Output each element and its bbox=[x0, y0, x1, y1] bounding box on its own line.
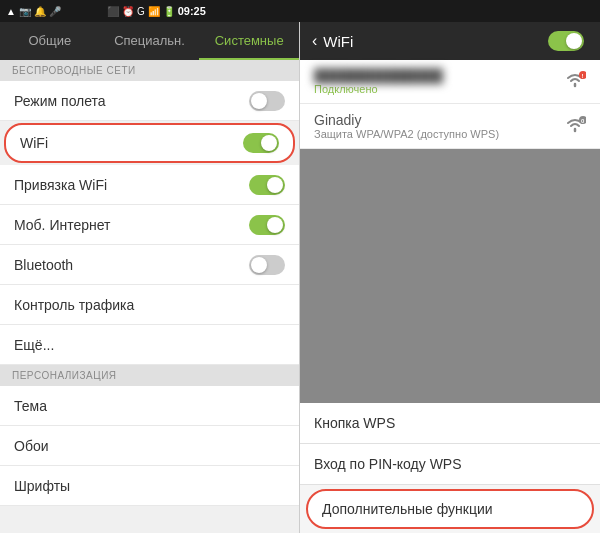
section-wireless: БЕСПРОВОДНЫЕ СЕТИ bbox=[0, 60, 299, 81]
wifi-signal-icon-connected: ! bbox=[564, 70, 586, 93]
wifi-options: Кнопка WPS Вход по PIN-коду WPS Дополнит… bbox=[300, 403, 600, 533]
wifi-main-toggle-knob bbox=[566, 33, 582, 49]
wifi-network-connected-info: ██████████████ Подключено bbox=[314, 68, 443, 95]
back-arrow-icon[interactable]: ‹ bbox=[312, 32, 317, 50]
wifi-option-pin[interactable]: Вход по PIN-коду WPS bbox=[300, 444, 600, 485]
clock-icon: ⏰ bbox=[122, 6, 134, 17]
wifi-empty-area bbox=[300, 149, 600, 403]
right-panel: ‹ WiFi ██████████████ Подключено ! bbox=[300, 22, 600, 533]
menu-item-mobile-internet[interactable]: Моб. Интернет bbox=[0, 205, 299, 245]
mic-icon: 🎤 bbox=[49, 6, 61, 17]
wifi-network-ginadiy[interactable]: Ginadiy Защита WPA/WPA2 (доступно WPS) 0 bbox=[300, 104, 600, 149]
more-label: Ещё... bbox=[14, 337, 54, 353]
wifi-option-additional[interactable]: Дополнительные функции bbox=[306, 489, 594, 529]
left-panel: Общие Специальн. Системные БЕСПРОВОДНЫЕ … bbox=[0, 22, 300, 533]
tabs-bar: Общие Специальн. Системные bbox=[0, 22, 299, 60]
menu-item-wallpaper[interactable]: Обои bbox=[0, 426, 299, 466]
wifi-network-ginadiy-security: Защита WPA/WPA2 (доступно WPS) bbox=[314, 128, 499, 140]
bluetooth-toggle[interactable] bbox=[249, 255, 285, 275]
section-personalization: ПЕРСОНАЛИЗАЦИЯ bbox=[0, 365, 299, 386]
wifi-header-left: ‹ WiFi bbox=[312, 32, 353, 50]
mobile-internet-label: Моб. Интернет bbox=[14, 217, 111, 233]
wifi-toggle-knob bbox=[261, 135, 277, 151]
status-bar-left: ▲ 📷 🔔 🎤 ⬛ ⏰ G 📶 🔋 09:25 bbox=[6, 2, 206, 20]
airplane-toggle[interactable] bbox=[249, 91, 285, 111]
menu-item-bluetooth[interactable]: Bluetooth bbox=[0, 245, 299, 285]
wifi-tether-label: Привязка WiFi bbox=[14, 177, 107, 193]
wifi-tether-toggle-knob bbox=[267, 177, 283, 193]
wifi-page-title: WiFi bbox=[323, 33, 353, 50]
wifi-status-icon: 📶 bbox=[148, 6, 160, 17]
menu-item-wifi[interactable]: WiFi bbox=[4, 123, 295, 163]
wifi-label: WiFi bbox=[20, 135, 48, 151]
tab-system[interactable]: Системные bbox=[199, 22, 299, 60]
wifi-main-toggle[interactable] bbox=[548, 31, 584, 51]
main-content: Общие Специальн. Системные БЕСПРОВОДНЫЕ … bbox=[0, 22, 600, 533]
battery-icon: 🔋 bbox=[163, 6, 175, 17]
tab-special[interactable]: Специальн. bbox=[100, 22, 200, 60]
theme-label: Тема bbox=[14, 398, 47, 414]
tab-general[interactable]: Общие bbox=[0, 22, 100, 60]
wifi-network-connected-status: Подключено bbox=[314, 83, 443, 95]
fonts-label: Шрифты bbox=[14, 478, 70, 494]
status-time: 09:25 bbox=[178, 5, 206, 17]
mobile-internet-toggle-knob bbox=[267, 217, 283, 233]
mobile-internet-toggle[interactable] bbox=[249, 215, 285, 235]
svg-text:!: ! bbox=[582, 73, 584, 79]
signal-icon-2: ⬛ bbox=[107, 6, 119, 17]
menu-item-wifi-tether[interactable]: Привязка WiFi bbox=[0, 165, 299, 205]
wifi-network-ginadiy-info: Ginadiy Защита WPA/WPA2 (доступно WPS) bbox=[314, 112, 499, 140]
menu-item-fonts[interactable]: Шрифты bbox=[0, 466, 299, 506]
wifi-header: ‹ WiFi bbox=[300, 22, 600, 60]
wifi-option-wps[interactable]: Кнопка WPS bbox=[300, 403, 600, 444]
camera-icon: 📷 bbox=[19, 6, 31, 17]
traffic-label: Контроль трафика bbox=[14, 297, 134, 313]
menu-item-traffic[interactable]: Контроль трафика bbox=[0, 285, 299, 325]
wallpaper-label: Обои bbox=[14, 438, 49, 454]
bluetooth-label: Bluetooth bbox=[14, 257, 73, 273]
wifi-network-connected[interactable]: ██████████████ Подключено ! bbox=[300, 60, 600, 104]
airplane-label: Режим полета bbox=[14, 93, 106, 109]
airplane-toggle-knob bbox=[251, 93, 267, 109]
wifi-signal-icon-ginadiy: 0 bbox=[564, 115, 586, 138]
menu-item-airplane[interactable]: Режим полета bbox=[0, 81, 299, 121]
notification-icon: 🔔 bbox=[34, 6, 46, 17]
network-g-icon: G bbox=[137, 6, 145, 17]
wifi-tether-toggle[interactable] bbox=[249, 175, 285, 195]
wifi-network-connected-name: ██████████████ bbox=[314, 68, 443, 83]
signal-icon: ▲ bbox=[6, 6, 16, 17]
wifi-toggle[interactable] bbox=[243, 133, 279, 153]
wifi-network-ginadiy-name: Ginadiy bbox=[314, 112, 499, 128]
status-bar: ▲ 📷 🔔 🎤 ⬛ ⏰ G 📶 🔋 09:25 bbox=[0, 0, 600, 22]
menu-item-theme[interactable]: Тема bbox=[0, 386, 299, 426]
menu-item-more[interactable]: Ещё... bbox=[0, 325, 299, 365]
bluetooth-toggle-knob bbox=[251, 257, 267, 273]
